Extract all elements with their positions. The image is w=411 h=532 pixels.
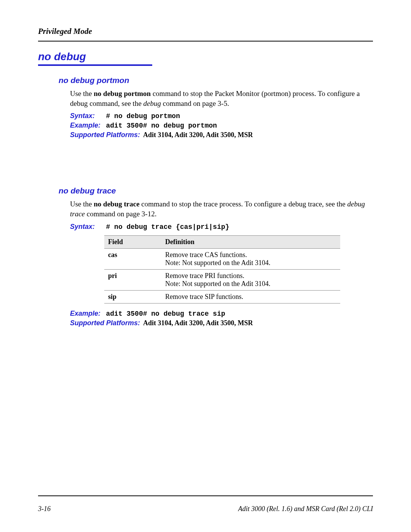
section-title-portmon: no debug portmon [59, 76, 373, 85]
section-portmon: Use the no debug portmon command to stop… [70, 89, 369, 139]
platforms-value: Adit 3104, Adit 3200, Adit 3500, MSR [142, 319, 253, 327]
platforms-text: Adit 3104, Adit 3200, Adit 3500, MSR [143, 131, 253, 139]
table-header-field: Field [104, 235, 161, 248]
table-cell-definition: Remove trace SIP functions. [161, 290, 340, 303]
def-text: Remove trace SIP functions. [165, 293, 243, 300]
platforms-label: Supported Platforms: [70, 319, 140, 327]
main-title: no debug [38, 51, 373, 63]
text-italic: debug [143, 99, 161, 107]
section-title-trace: no debug trace [59, 186, 373, 195]
table-row: cas Remove trace CAS functions. Note: No… [104, 248, 340, 269]
example-value: adit 3500# no debug trace sip [106, 310, 225, 318]
platforms-text: Adit 3104, Adit 3200, Adit 3500, MSR [143, 319, 253, 327]
def-text: Remove trace CAS functions. [165, 251, 247, 259]
example-label: Example: [70, 121, 104, 129]
table-cell-field: sip [104, 290, 161, 303]
note-text: Not supported on the Adit 3104. [180, 259, 271, 267]
trace-definition-table: Field Definition cas Remove trace CAS fu… [104, 235, 340, 304]
footer-rule [38, 495, 373, 496]
text-fragment: command to stop the trace process. To co… [140, 200, 347, 208]
table-header-definition: Definition [161, 235, 340, 248]
def-text: Remove trace PRI functions. [165, 272, 244, 280]
table-row: sip Remove trace SIP functions. [104, 290, 340, 303]
note-label: Note: [165, 259, 180, 267]
text-bold: no debug portmon [94, 89, 151, 97]
document-page: Privileged Mode no debug no debug portmo… [0, 0, 411, 532]
title-underline [38, 64, 152, 66]
table-row: pri Remove trace PRI functions. Note: No… [104, 269, 340, 290]
page-header-mode: Privileged Mode [38, 27, 373, 36]
trace-example-row: Example: adit 3500# no debug trace sip [70, 310, 369, 318]
syntax-label: Syntax: [70, 223, 104, 231]
platforms-label: Supported Platforms: [70, 131, 140, 139]
text-fragment: command on page 3-5. [161, 99, 229, 107]
header-rule [38, 41, 373, 42]
trace-syntax-row: Syntax: # no debug trace {cas|pri|sip} [70, 223, 369, 231]
table-header-row: Field Definition [104, 235, 340, 248]
example-label: Example: [70, 310, 104, 318]
portmon-syntax-row: Syntax: # no debug portmon [70, 112, 369, 120]
table-cell-definition: Remove trace CAS functions. Note: Not su… [161, 248, 340, 269]
note-label: Note: [165, 280, 180, 288]
portmon-example-row: Example: adit 3500# no debug portmon [70, 121, 369, 129]
syntax-value: # no debug trace {cas|pri|sip} [106, 223, 229, 231]
trace-description: Use the no debug trace command to stop t… [70, 199, 369, 219]
page-footer: 3-16 Adit 3000 (Rel. 1.6) and MSR Card (… [38, 505, 373, 513]
platforms-value: Adit 3104, Adit 3200, Adit 3500, MSR [142, 131, 253, 139]
text-bold: no debug trace [94, 200, 139, 208]
portmon-description: Use the no debug portmon command to stop… [70, 89, 369, 108]
trace-platforms-row: Supported Platforms: Adit 3104, Adit 320… [70, 319, 369, 327]
table-cell-definition: Remove trace PRI functions. Note: Not su… [161, 269, 340, 290]
section-trace: Use the no debug trace command to stop t… [70, 199, 369, 327]
doc-title: Adit 3000 (Rel. 1.6) and MSR Card (Rel 2… [238, 505, 373, 513]
table-cell-field: cas [104, 248, 161, 269]
portmon-platforms-row: Supported Platforms: Adit 3104, Adit 320… [70, 131, 369, 139]
section-gap [38, 141, 373, 186]
syntax-value: # no debug portmon [106, 112, 180, 120]
text-fragment: Use the [70, 89, 94, 97]
syntax-label: Syntax: [70, 112, 104, 120]
table-cell-field: pri [104, 269, 161, 290]
note-text: Not supported on the Adit 3104. [180, 280, 271, 288]
text-fragment: Use the [70, 200, 94, 208]
page-number: 3-16 [38, 505, 51, 513]
example-value: adit 3500# no debug portmon [106, 122, 217, 129]
text-fragment: command on page 3-12. [85, 210, 156, 218]
